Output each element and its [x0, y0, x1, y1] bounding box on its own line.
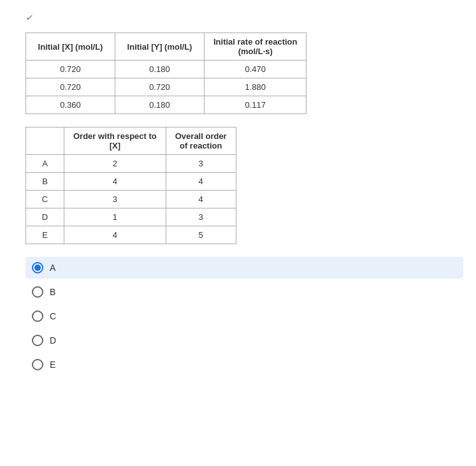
- radio-a[interactable]: [32, 262, 43, 273]
- data-col-header-rate: Initial rate of reaction(mol/L·s): [205, 33, 307, 61]
- answer-table: Order with respect to[X] Overall orderof…: [25, 127, 236, 244]
- table-cell: 0.360: [26, 96, 115, 114]
- table-cell: 0.720: [26, 61, 115, 78]
- table-cell: 1.880: [205, 78, 307, 96]
- option-label-a: A: [50, 263, 55, 273]
- table-cell: 0.180: [115, 61, 205, 78]
- table-cell: 3: [166, 208, 236, 226]
- table-cell: 4: [64, 226, 166, 244]
- table-cell: C: [26, 191, 64, 208]
- radio-inner-dot: [34, 265, 41, 271]
- table-cell: 0.117: [205, 96, 307, 114]
- radio-b[interactable]: [32, 286, 43, 298]
- option-e[interactable]: E: [25, 354, 463, 375]
- data-col-header-x: Initial [X] (mol/L): [26, 33, 115, 61]
- table-cell: 3: [166, 155, 236, 173]
- option-label-d: D: [50, 335, 56, 346]
- option-a[interactable]: A: [25, 257, 463, 279]
- table-cell: 3: [64, 191, 166, 208]
- option-b[interactable]: B: [25, 281, 463, 303]
- table-cell: A: [26, 155, 64, 173]
- table-cell: B: [26, 173, 64, 191]
- table-cell: E: [26, 226, 64, 244]
- table-cell: 4: [166, 191, 236, 208]
- radio-e[interactable]: [32, 359, 43, 370]
- table-cell: D: [26, 208, 64, 226]
- table-cell: 0.470: [205, 61, 307, 78]
- table-cell: 1: [64, 208, 166, 226]
- saved-label: ✓: [25, 13, 35, 22]
- option-c[interactable]: C: [25, 305, 463, 327]
- answer-col-header-empty: [26, 127, 64, 155]
- radio-d[interactable]: [32, 335, 43, 346]
- table-cell: 4: [64, 173, 166, 191]
- data-col-header-y: Initial [Y] (mol/L): [115, 33, 205, 61]
- option-label-b: B: [50, 287, 55, 297]
- answer-col-header-order-x: Order with respect to[X]: [64, 127, 166, 155]
- option-label-c: C: [50, 311, 56, 321]
- options-section: ABCDE: [25, 257, 463, 375]
- table-cell: 4: [166, 173, 236, 191]
- table-cell: 0.720: [26, 78, 115, 96]
- option-d[interactable]: D: [25, 330, 463, 351]
- radio-c[interactable]: [32, 310, 43, 322]
- table-cell: 5: [166, 226, 236, 244]
- checkmark-icon: ✓: [25, 13, 32, 22]
- data-table: Initial [X] (mol/L) Initial [Y] (mol/L) …: [25, 33, 307, 114]
- table-cell: 0.720: [115, 78, 205, 96]
- table-cell: 0.180: [115, 96, 205, 114]
- answer-col-header-overall: Overall orderof reaction: [166, 127, 236, 155]
- table-cell: 2: [64, 155, 166, 173]
- option-label-e: E: [50, 360, 55, 370]
